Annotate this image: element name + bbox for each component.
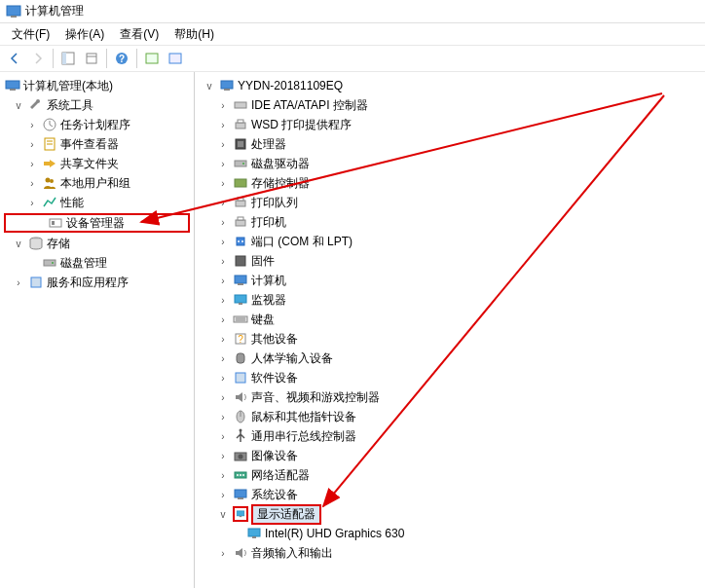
users-icon	[42, 175, 57, 191]
expander-icon[interactable]: ›	[216, 488, 230, 501]
expander-icon[interactable]: ›	[25, 157, 39, 170]
left-disk-mgmt[interactable]: › 磁盘管理	[0, 253, 194, 273]
svg-point-59	[237, 474, 239, 476]
cat-keyboard[interactable]: ›键盘	[195, 310, 705, 329]
left-task-scheduler[interactable]: › 任务计划程序	[0, 115, 194, 134]
show-hide-tree-button[interactable]	[57, 48, 79, 69]
expander-icon[interactable]: ›	[216, 176, 230, 190]
cat-storage_ctrl[interactable]: ›存储控制器	[195, 173, 705, 193]
expander-icon[interactable]: v	[12, 237, 25, 250]
expander-icon[interactable]: ›	[216, 546, 230, 560]
cat-mouse[interactable]: ›鼠标和其他指针设备	[195, 407, 705, 426]
left-panel: 计算机管理(本地) v 系统工具 › 任务计划程序 › 事件查看器 › 共享文件…	[0, 72, 195, 588]
expander-icon[interactable]: v	[216, 507, 230, 521]
cat-label: 声音、视频和游戏控制器	[251, 389, 380, 406]
svg-point-61	[242, 474, 244, 476]
properties-button[interactable]	[81, 48, 102, 69]
svg-rect-44	[235, 295, 246, 303]
expander-icon[interactable]: ›	[216, 274, 230, 287]
menu-file[interactable]: 文件(F)	[4, 24, 57, 45]
left-storage[interactable]: v 存储	[0, 234, 194, 253]
expander-icon[interactable]: ›	[216, 449, 230, 462]
expander-icon[interactable]: ›	[216, 468, 230, 482]
cat-label: IDE ATA/ATAPI 控制器	[251, 97, 368, 114]
cat-print_queue[interactable]: ›打印队列	[195, 193, 705, 212]
expander-icon[interactable]: ›	[216, 429, 230, 443]
cat-disk_drives[interactable]: ›磁盘驱动器	[195, 154, 705, 173]
expander-icon[interactable]: ›	[12, 276, 25, 289]
cat-hid[interactable]: ›人体学输入设备	[195, 349, 705, 368]
cat-imaging[interactable]: ›图像设备	[195, 446, 705, 465]
expander-icon[interactable]: ›	[216, 254, 230, 268]
cat-ide[interactable]: ›IDE ATA/ATAPI 控制器	[195, 95, 705, 115]
expander-icon[interactable]: ›	[216, 196, 230, 209]
cat-firmware[interactable]: ›固件	[195, 251, 705, 271]
expander-icon[interactable]: v	[12, 98, 25, 112]
expander-icon[interactable]: v	[203, 79, 216, 92]
expander-icon[interactable]: ›	[216, 215, 230, 229]
expander-icon[interactable]: ›	[25, 176, 39, 190]
cat-sound[interactable]: ›声音、视频和游戏控制器	[195, 387, 705, 407]
services-label: 服务和应用程序	[47, 275, 129, 291]
left-services[interactable]: › 服务和应用程序	[0, 273, 194, 292]
view-button-2[interactable]	[165, 48, 186, 69]
expander-icon[interactable]: ›	[25, 118, 39, 131]
cat-printer[interactable]: ›打印机	[195, 212, 705, 232]
expander-icon[interactable]: ›	[216, 351, 230, 365]
cat-system_dev[interactable]: ›系统设备	[195, 485, 705, 504]
view-button-1[interactable]	[141, 48, 163, 69]
display-child[interactable]: › Intel(R) UHD Graphics 630	[195, 524, 705, 543]
expander-icon[interactable]: ›	[216, 157, 230, 170]
menu-action[interactable]: 操作(A)	[57, 24, 112, 45]
cat-ports[interactable]: ›端口 (COM 和 LPT)	[195, 232, 705, 251]
svg-rect-63	[238, 497, 243, 499]
cat-other[interactable]: ›?其他设备	[195, 329, 705, 349]
expander-icon[interactable]: ›	[25, 196, 39, 209]
left-shared-folders[interactable]: › 共享文件夹	[0, 154, 194, 173]
left-system-tools[interactable]: v 系统工具	[0, 95, 194, 115]
right-root[interactable]: v YYDN-20181109EQ	[195, 76, 705, 95]
ide-icon	[233, 97, 248, 113]
expander-icon[interactable]: ›	[25, 137, 39, 151]
svg-rect-11	[10, 89, 16, 91]
hid-icon	[233, 350, 248, 366]
cat-software[interactable]: ›软件设备	[195, 368, 705, 387]
left-device-manager[interactable]: › 设备管理器	[4, 213, 190, 233]
svg-rect-25	[224, 89, 230, 91]
expander-icon[interactable]: ›	[216, 312, 230, 326]
expander-icon[interactable]: ›	[216, 410, 230, 423]
expander-icon[interactable]: ›	[216, 293, 230, 307]
cat-computer[interactable]: ›计算机	[195, 271, 705, 290]
left-local-users[interactable]: › 本地用户和组	[0, 173, 194, 193]
left-root[interactable]: 计算机管理(本地)	[0, 76, 194, 95]
help-button[interactable]: ?	[111, 48, 132, 69]
device-icon	[48, 215, 63, 231]
expander-icon[interactable]: ›	[216, 98, 230, 112]
expander-icon[interactable]: ›	[216, 235, 230, 248]
back-button[interactable]	[4, 48, 25, 69]
svg-rect-41	[236, 256, 245, 266]
left-event-viewer[interactable]: › 事件查看器	[0, 134, 194, 154]
printer-icon	[233, 117, 248, 132]
cat-label: 端口 (COM 和 LPT)	[251, 234, 352, 250]
cat-monitor[interactable]: ›监视器	[195, 290, 705, 310]
expander-icon[interactable]: ›	[216, 390, 230, 404]
expander-icon[interactable]: ›	[216, 371, 230, 385]
svg-text:?: ?	[238, 334, 243, 345]
cat-wsd[interactable]: ›WSD 打印提供程序	[195, 115, 705, 134]
left-performance[interactable]: › 性能	[0, 193, 194, 212]
forward-button[interactable]	[27, 48, 49, 69]
display-child-label: Intel(R) UHD Graphics 630	[265, 527, 404, 540]
expander-icon[interactable]: ›	[216, 332, 230, 346]
expander-icon[interactable]: ›	[216, 137, 230, 151]
cat-cpu[interactable]: ›处理器	[195, 134, 705, 154]
cat-usb[interactable]: ›通用串行总线控制器	[195, 426, 705, 446]
menu-view[interactable]: 查看(V)	[112, 24, 167, 45]
expander-icon[interactable]: ›	[216, 118, 230, 131]
cat-display[interactable]: v 显示适配器	[195, 504, 705, 524]
cat-network[interactable]: ›网络适配器	[195, 465, 705, 485]
main-panel: 计算机管理(本地) v 系统工具 › 任务计划程序 › 事件查看器 › 共享文件…	[0, 72, 705, 588]
cat-audio[interactable]: › 音频输入和输出	[195, 543, 705, 563]
menu-help[interactable]: 帮助(H)	[167, 24, 222, 45]
event-icon	[42, 136, 57, 152]
